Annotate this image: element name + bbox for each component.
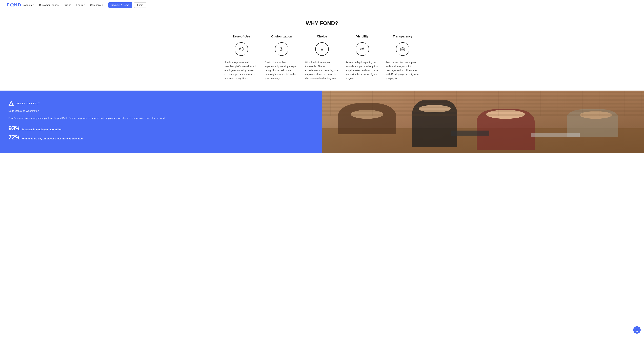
- case-study-section: DELTA DENTAL® Delta Dental of Washington…: [0, 90, 644, 153]
- stat-label-1: increase in employee recognition: [22, 128, 62, 131]
- pointer-icon: [319, 46, 325, 52]
- case-study-photo: [322, 90, 644, 153]
- request-demo-button[interactable]: Request A Demo: [108, 2, 132, 8]
- nav-label-learn: Learn: [76, 3, 83, 6]
- ease-of-use-icon-circle: [234, 42, 248, 56]
- customization-icon-circle: [275, 42, 288, 56]
- svg-rect-13: [401, 49, 403, 50]
- feature-desc-customization: Customize your Fond experience by creati…: [265, 60, 298, 80]
- nav-label-company: Company: [90, 3, 101, 6]
- visibility-icon-circle: [356, 42, 369, 56]
- delta-dental-logo: DELTA DENTAL®: [8, 101, 314, 106]
- feature-ease-of-use: Ease-of-Use Fond's easy-to-use and seaml…: [221, 35, 262, 80]
- feature-choice: Choice With Fond's inventory of thousand…: [302, 35, 342, 80]
- stat-label-2: of managers say employees feel more appr…: [22, 137, 83, 140]
- case-study-content: DELTA DENTAL® Delta Dental of Washington…: [0, 90, 322, 153]
- fond-logo[interactable]: F·ND: [7, 2, 22, 7]
- feature-transparency: Transparency Fond has no item markups or…: [382, 35, 423, 80]
- feature-title-transparency: Transparency: [393, 35, 412, 38]
- feature-title-ease: Ease-of-Use: [232, 35, 250, 38]
- feature-visibility: Visibility Review in-depth reporting on …: [342, 35, 382, 80]
- svg-point-0: [239, 47, 243, 51]
- nav-item-products[interactable]: Products ▼: [22, 3, 34, 6]
- feature-desc-ease: Fond's easy-to-use and seamless platform…: [224, 60, 258, 80]
- nav-actions: Request A Demo Login: [108, 2, 146, 8]
- stat-row-1: 93% increase in employee recognition: [8, 125, 314, 132]
- nav-item-pricing[interactable]: Pricing: [64, 3, 71, 6]
- choice-icon-circle: [315, 42, 329, 56]
- chevron-down-icon: ▼: [84, 4, 85, 6]
- stat-number-1: 93%: [8, 125, 20, 132]
- navbar: F·ND Products ▼ Customer Stories Pricing…: [0, 0, 644, 10]
- stat-number-2: 72%: [8, 134, 20, 141]
- feature-title-customization: Customization: [271, 35, 292, 38]
- feature-title-visibility: Visibility: [356, 35, 368, 38]
- nav-links: Products ▼ Customer Stories Pricing Lear…: [22, 3, 103, 6]
- nav-item-company[interactable]: Company ▼: [90, 3, 103, 6]
- eye-icon: [360, 46, 365, 52]
- nav-label-products: Products: [22, 3, 32, 6]
- svg-marker-19: [9, 101, 14, 106]
- stat-row-2: 72% of managers say employees feel more …: [8, 134, 314, 141]
- nav-item-learn[interactable]: Learn ▼: [76, 3, 85, 6]
- nav-label-pricing: Pricing: [64, 3, 71, 6]
- case-study-description: Fond's rewards and recognition platform …: [8, 116, 314, 120]
- delta-dental-triangle-icon: [8, 101, 14, 106]
- svg-point-9: [362, 49, 363, 49]
- feature-desc-transparency: Fond has no item markups or additional f…: [386, 60, 420, 80]
- chevron-down-icon: ▼: [102, 4, 103, 6]
- why-fond-section: WHY FOND? Ease-of-Use Fond's easy-to-use…: [0, 10, 644, 90]
- money-icon: [400, 46, 405, 52]
- svg-point-3: [281, 48, 282, 50]
- delta-dental-name: DELTA DENTAL®: [16, 102, 40, 105]
- features-grid: Ease-of-Use Fond's easy-to-use and seaml…: [221, 35, 423, 80]
- nav-item-customer-stories[interactable]: Customer Stories: [39, 3, 59, 6]
- why-fond-title: WHY FOND?: [7, 20, 637, 26]
- gear-icon: [279, 46, 284, 52]
- svg-point-1: [240, 48, 241, 49]
- transparency-icon-circle: [396, 42, 410, 56]
- login-button[interactable]: Login: [134, 2, 146, 8]
- smiley-icon: [239, 46, 244, 52]
- delta-dental-subtitle: Delta Dental of Washington: [8, 109, 314, 112]
- feature-title-choice: Choice: [317, 35, 327, 38]
- nav-label-customer-stories: Customer Stories: [39, 3, 59, 6]
- chevron-down-icon: ▼: [32, 4, 34, 6]
- feature-desc-choice: With Fond's inventory of thousands of it…: [305, 60, 339, 80]
- feature-desc-visibility: Review in-depth reporting on rewards and…: [346, 60, 379, 80]
- feature-customization: Customization Customize your F: [262, 35, 302, 80]
- svg-point-2: [242, 48, 242, 49]
- svg-point-5: [322, 48, 322, 49]
